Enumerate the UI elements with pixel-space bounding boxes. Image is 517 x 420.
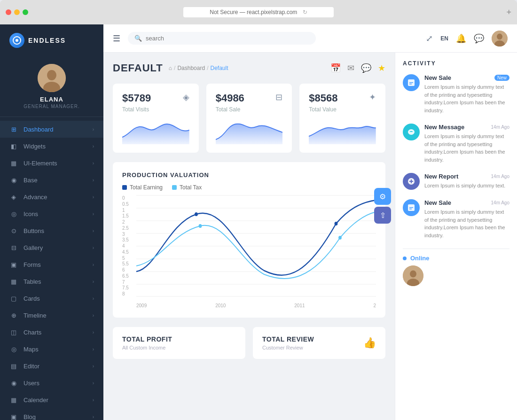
chevron-right-icon: › [93,161,94,166]
sidebar-item-buttons[interactable]: ⊙ Buttons › [0,222,103,239]
activity-name: New Sale [424,74,451,81]
maximize-dot[interactable] [23,9,28,15]
activity-text: Lorem Ipsum is simply dummy text. [424,182,509,190]
app-container: ENDLESS ELANA GENERAL MANAGER. ⊞ Dashboa… [0,24,517,420]
production-chart: 8 7.5 7 6.5 6 5.5 5 4.5 4 3.5 3 2.5 [122,195,376,308]
activity-name: New Message [424,124,464,131]
sidebar-item-label: Forms [24,261,93,268]
user-avatar[interactable] [492,31,508,47]
svg-point-18 [335,222,338,226]
activity-item: New Sale New Lorem Ipsum is simply dummy… [403,74,509,114]
header-actions: ⤢ EN 🔔 💬 [426,31,508,47]
activity-avatar [403,173,420,190]
sidebar-item-dashboard[interactable]: ⊞ Dashboard › [0,121,103,138]
sidebar-item-label: Charts [24,329,93,336]
breadcrumb-dashboard[interactable]: Dashboard [177,65,205,71]
main-content: DEFAULT ⌂ / Dashboard / Default 📅 ✉ 💬 [103,53,395,420]
stat-sun-icon: ✦ [369,92,376,102]
chart-legend: Total Earning Total Tax [122,184,376,191]
sidebar-item-cards[interactable]: ▢ Cards › [0,290,103,307]
page-title-bar: DEFAULT ⌂ / Dashboard / Default 📅 ✉ 💬 [113,62,385,74]
star-icon[interactable]: ★ [378,63,385,73]
stat-card-visits: $5789 ◈ Total Visits [113,84,199,153]
thumbs-up-icon: 👍 [363,337,376,349]
sidebar: ENDLESS ELANA GENERAL MANAGER. ⊞ Dashboa… [0,24,103,420]
search-input[interactable] [146,35,309,42]
calendar-icon[interactable]: 📅 [330,63,341,73]
home-icon: ⌂ [169,65,172,71]
floating-buttons: ⚙ ⇧ [374,188,391,224]
legend-dot-tax [172,185,177,190]
main-area: ☰ 🔍 ⤢ EN 🔔 💬 [103,24,517,420]
minimize-dot[interactable] [14,9,20,15]
sidebar-item-label: Editor [24,363,93,370]
svg-rect-31 [409,209,412,210]
chevron-right-icon: › [93,364,94,369]
activity-avatar [403,74,420,91]
svg-point-33 [410,271,416,278]
legend-label-earning: Total Earning [130,184,163,191]
sidebar-item-maps[interactable]: ◎ Maps › [0,341,103,358]
dashboard-icon: ⊞ [9,125,18,133]
close-dot[interactable] [6,9,11,15]
activity-item: New Message 14m Ago Lorem Ipsum is simpl… [403,124,509,163]
address-bar[interactable]: Not Secure — react.pixelstrap.com ↻ [183,7,334,17]
activity-avatar [403,124,420,140]
gear-icon: ⚙ [379,192,386,201]
stat-tag-icon: ◈ [183,92,189,102]
stat-card-sale: $4986 ⊟ Total Sale [206,84,292,153]
mail-icon[interactable]: ✉ [347,63,354,73]
widgets-icon: ◧ [9,142,18,150]
sidebar-item-widgets[interactable]: ◧ Widgets › [0,138,103,155]
stat-bag-icon: ⊟ [275,92,282,102]
activity-badge: New [494,75,509,81]
base-icon: ◉ [9,176,18,184]
notification-bell-icon[interactable]: 🔔 [456,33,466,44]
expand-icon[interactable]: ⤢ [426,33,433,44]
y-axis: 8 7.5 7 6.5 6 5.5 5 4.5 4 3.5 3 2.5 [122,195,135,296]
activity-time: 14m Ago [491,174,509,179]
sidebar-item-ui-elements[interactable]: ▦ UI-Elements › [0,155,103,171]
chevron-right-icon: › [93,245,94,250]
sidebar-item-timeline[interactable]: ⊕ Timeline › [0,307,103,324]
reload-icon[interactable]: ↻ [303,9,307,16]
gallery-icon: ⊟ [9,243,18,252]
editor-icon: ▤ [9,362,18,370]
sidebar-item-forms[interactable]: ▣ Forms › [0,256,103,273]
search-bar[interactable]: 🔍 [128,32,316,45]
browser-dots [6,9,28,15]
svg-point-1 [16,39,18,42]
online-indicator [403,257,407,260]
online-label: Online [410,255,429,262]
stat-chart [122,118,189,144]
messages-icon[interactable]: 💬 [474,33,484,44]
chevron-right-icon: › [93,381,94,386]
chevron-right-icon: › [93,211,94,217]
sidebar-item-editor[interactable]: ▤ Editor › [0,358,103,374]
sidebar-item-blog[interactable]: ▣ Blog › [0,408,103,420]
sidebar-item-tables[interactable]: ▦ Tables › [0,273,103,290]
sidebar-item-label: UI-Elements [24,160,93,167]
sidebar-item-icons[interactable]: ◎ Icons › [0,205,103,222]
sidebar-item-advance[interactable]: ◈ Advance › [0,188,103,205]
activity-time: 14m Ago [491,200,509,205]
sidebar-item-gallery[interactable]: ⊟ Gallery › [0,239,103,256]
chevron-right-icon: › [93,144,94,149]
sidebar-item-charts[interactable]: ◫ Charts › [0,324,103,341]
chat-icon[interactable]: 💬 [361,63,371,73]
sidebar-item-users[interactable]: ◉ Users › [0,374,103,391]
share-icon: ⇧ [380,211,386,220]
total-review-title: TOTAL REVIEW [262,335,314,343]
share-float-button[interactable]: ⇧ [374,207,391,224]
settings-float-button[interactable]: ⚙ [374,188,391,205]
x-label-last: 2 [373,303,376,308]
language-selector[interactable]: EN [440,35,448,42]
sidebar-item-calender[interactable]: ▦ Calender › [0,391,103,408]
sidebar-item-label: Blog [24,413,93,420]
new-tab-button[interactable]: + [506,8,511,17]
menu-toggle-icon[interactable]: ☰ [113,33,120,44]
sidebar-item-label: Calender [24,397,93,404]
activity-time: 14m Ago [491,124,509,130]
chart-svg-area [136,195,376,296]
sidebar-item-base[interactable]: ◉ Base › [0,171,103,188]
